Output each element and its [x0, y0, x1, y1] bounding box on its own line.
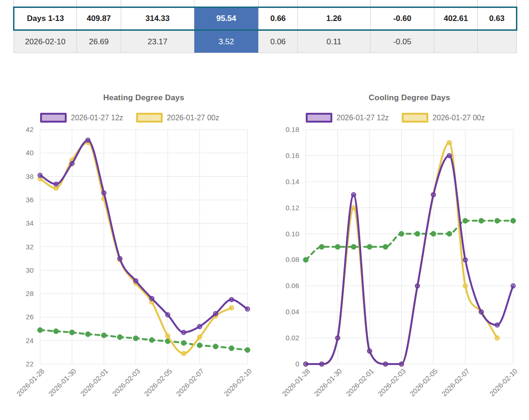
- svg-text:2026-01-28: 2026-01-28: [15, 367, 46, 398]
- svg-text:2026-02-07: 2026-02-07: [174, 367, 205, 398]
- data-point: [415, 231, 420, 236]
- svg-text:2026-02-03: 2026-02-03: [376, 367, 407, 398]
- legend-item-00z[interactable]: 2026-01-27 00z: [402, 113, 485, 123]
- header-cell: [121, 0, 194, 7]
- svg-text:30: 30: [26, 266, 34, 274]
- data-point: [511, 218, 516, 223]
- svg-text:0.14: 0.14: [286, 178, 299, 186]
- svg-text:2026-02-01: 2026-02-01: [344, 367, 375, 398]
- data-point: [150, 296, 154, 301]
- series-normal: [38, 328, 250, 353]
- table-cell[interactable]: 402.61: [434, 7, 478, 30]
- svg-text:0.10: 0.10: [286, 230, 299, 238]
- data-point: [101, 333, 106, 338]
- header-cell: [371, 0, 434, 7]
- x-axis-labels: 2026-01-282026-01-302026-02-012026-02-03…: [281, 367, 519, 398]
- svg-text:2026-02-05: 2026-02-05: [408, 367, 439, 398]
- x-axis-labels: 2026-01-282026-01-302026-02-012026-02-03…: [15, 367, 253, 398]
- legend-swatch-12z: [306, 113, 332, 123]
- data-point: [181, 340, 186, 345]
- data-point: [351, 193, 356, 197]
- svg-text:38: 38: [26, 172, 34, 180]
- svg-text:2026-02-05: 2026-02-05: [143, 367, 173, 398]
- table-cell[interactable]: 23.17: [121, 30, 194, 53]
- data-point: [38, 173, 42, 178]
- table-cell[interactable]: 314.33: [121, 7, 194, 30]
- table-row-days-1-13[interactable]: Days 1-13 409.87 314.33 95.54 0.66 1.26 …: [14, 7, 517, 30]
- data-point: [447, 140, 452, 145]
- legend-label: 2026-01-27 00z: [433, 114, 485, 122]
- highlighted-cell[interactable]: 95.54: [194, 7, 259, 30]
- header-cell: [298, 0, 371, 7]
- table-cell[interactable]: 0.11: [298, 30, 371, 53]
- svg-text:26: 26: [26, 313, 34, 321]
- svg-text:24: 24: [26, 337, 34, 344]
- svg-text:0.06: 0.06: [286, 282, 299, 289]
- data-point: [447, 231, 452, 236]
- svg-text:36: 36: [26, 196, 34, 204]
- svg-text:2026-02-01: 2026-02-01: [79, 367, 110, 398]
- legend-item-00z[interactable]: 2026-01-27 00z: [136, 113, 219, 123]
- data-point: [367, 244, 372, 249]
- data-point: [495, 323, 499, 327]
- table-cell[interactable]: [434, 30, 478, 53]
- svg-text:34: 34: [26, 219, 34, 227]
- svg-text:2026-01-28: 2026-01-28: [281, 367, 311, 398]
- svg-text:42: 42: [26, 125, 34, 133]
- data-point: [165, 334, 170, 338]
- data-point: [246, 307, 250, 311]
- svg-text:0: 0: [295, 360, 299, 368]
- legend-swatch-00z: [136, 113, 163, 123]
- svg-text:28: 28: [26, 289, 34, 297]
- data-point: [54, 329, 59, 334]
- table-cell[interactable]: 26.69: [77, 30, 121, 53]
- data-point: [319, 244, 324, 249]
- svg-text:0.18: 0.18: [286, 125, 299, 133]
- data-point: [351, 244, 356, 249]
- data-point: [70, 161, 74, 165]
- heating-degree-days-chart: Heating Degree Days 2026-01-27 12z 2026-…: [13, 89, 265, 418]
- legend-item-12z[interactable]: 2026-01-27 12z: [306, 113, 389, 123]
- table-row-2026-02-10[interactable]: 2026-02-10 26.69 23.17 3.52 0.06 0.11 -0…: [14, 30, 517, 53]
- legend-label: 2026-01-27 12z: [71, 114, 123, 122]
- data-point: [511, 284, 515, 288]
- svg-text:0.08: 0.08: [286, 255, 299, 263]
- data-point: [54, 186, 58, 190]
- row-label-cell[interactable]: Days 1-13: [14, 7, 77, 30]
- table-cell[interactable]: 409.87: [77, 7, 121, 30]
- table-cell[interactable]: 0.06: [259, 30, 298, 53]
- svg-text:32: 32: [26, 243, 34, 251]
- chart-legend: 2026-01-27 12z 2026-01-27 00z: [40, 113, 232, 123]
- data-point: [463, 258, 467, 262]
- table-cell[interactable]: 1.26: [298, 7, 371, 30]
- table-cell[interactable]: -0.05: [371, 30, 434, 53]
- header-cell: [259, 0, 298, 7]
- data-point: [198, 335, 202, 339]
- data-point: [85, 331, 90, 337]
- svg-text:0.04: 0.04: [286, 308, 299, 316]
- legend-item-12z[interactable]: 2026-01-27 12z: [40, 113, 123, 123]
- chart-title: Cooling Degree Days: [306, 93, 513, 103]
- table-cell[interactable]: [478, 30, 517, 53]
- chart-canvas[interactable]: 42403836343230282624222026-01-282026-01-…: [13, 125, 265, 417]
- data-point: [197, 343, 202, 348]
- data-point: [335, 244, 340, 249]
- data-point: [399, 362, 404, 366]
- data-point: [165, 313, 170, 317]
- table-cell[interactable]: 0.63: [478, 7, 517, 30]
- data-point: [415, 284, 419, 288]
- data-point: [431, 193, 435, 197]
- svg-text:2026-01-30: 2026-01-30: [47, 367, 77, 398]
- row-label-cell[interactable]: 2026-02-10: [14, 30, 77, 53]
- table-cell[interactable]: 0.66: [259, 7, 298, 30]
- data-point: [54, 182, 58, 186]
- highlighted-cell[interactable]: 3.52: [194, 30, 259, 53]
- svg-text:40: 40: [26, 149, 34, 157]
- svg-text:2026-02-10: 2026-02-10: [222, 367, 253, 398]
- series-2026-01-27-12z: [38, 138, 250, 334]
- legend-swatch-00z: [402, 113, 428, 123]
- table-cell[interactable]: -0.60: [371, 7, 434, 30]
- chart-canvas[interactable]: 0.180.160.140.120.100.080.060.040.020202…: [279, 125, 529, 417]
- series-normal: [303, 218, 516, 262]
- data-point: [133, 336, 138, 341]
